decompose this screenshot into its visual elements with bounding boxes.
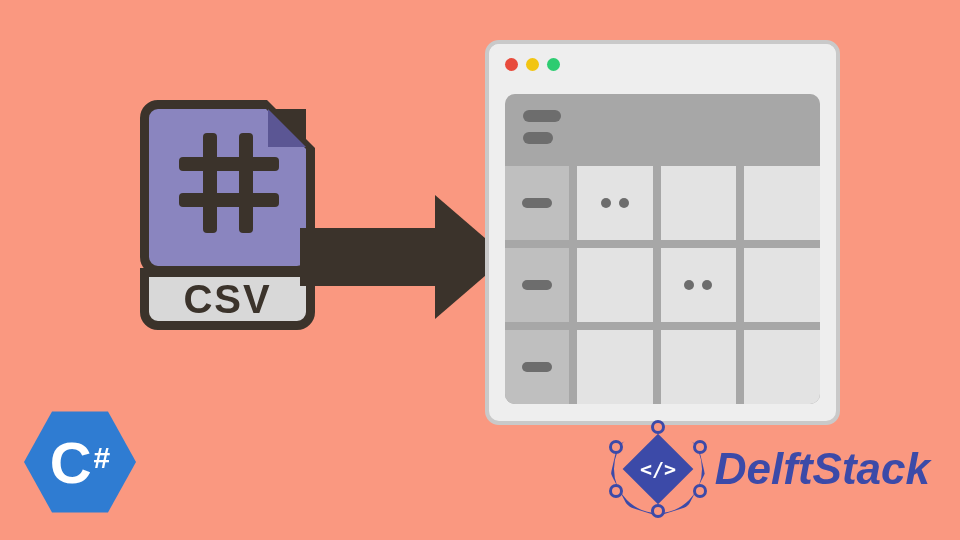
csv-page-fold-inner (268, 109, 306, 147)
maximize-icon (547, 58, 560, 71)
table-cell (661, 166, 737, 240)
arrow-right-icon (300, 195, 507, 319)
header-bar (523, 110, 561, 122)
badge-code-text: </> (640, 457, 676, 481)
spreadsheet-window (485, 40, 840, 425)
table-body (505, 166, 820, 404)
row-label (505, 166, 569, 240)
close-icon (505, 58, 518, 71)
hash-icon (179, 133, 279, 233)
table-cell (744, 330, 820, 404)
table-cell (661, 248, 737, 322)
table-cell (661, 330, 737, 404)
data-table (505, 94, 820, 404)
table-header (505, 94, 820, 166)
brand-name: DelftStack (715, 444, 930, 494)
row-label (505, 248, 569, 322)
csv-file-icon: CSV (140, 100, 315, 335)
illustration-canvas: CSV (0, 0, 960, 540)
csharp-letter: C (50, 429, 92, 496)
delftstack-badge-icon: </> (611, 422, 705, 516)
header-bar (523, 132, 553, 144)
csharp-sharp: # (94, 441, 111, 475)
csharp-logo-icon: C # (24, 406, 136, 518)
minimize-icon (526, 58, 539, 71)
window-titlebar (489, 44, 836, 84)
table-cell (577, 166, 653, 240)
csv-file-body (140, 100, 315, 275)
csv-label: CSV (140, 268, 315, 330)
table-cell (744, 248, 820, 322)
row-label (505, 330, 569, 404)
table-cell (577, 248, 653, 322)
table-cell (744, 166, 820, 240)
delftstack-logo: </> DelftStack (611, 422, 930, 516)
table-cell (577, 330, 653, 404)
